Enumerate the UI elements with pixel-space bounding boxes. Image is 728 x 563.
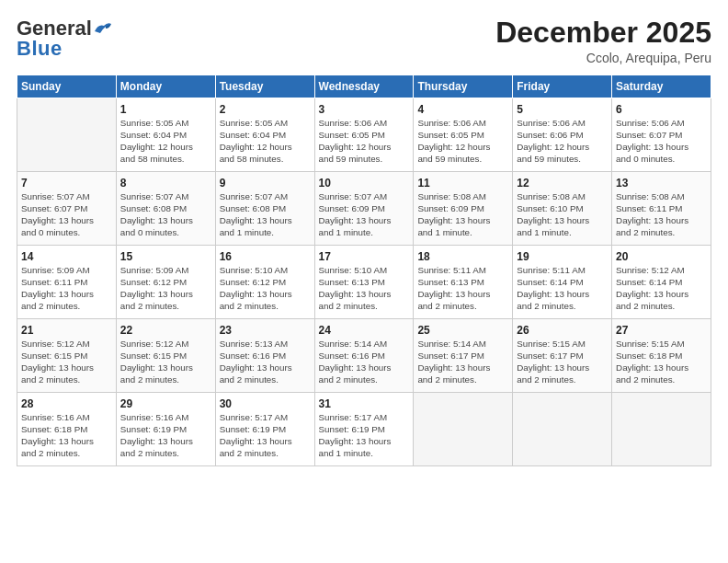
calendar-cell: 27Sunrise: 5:15 AMSunset: 6:18 PMDayligh… <box>612 319 711 393</box>
day-number: 4 <box>417 102 508 117</box>
day-number: 17 <box>319 249 410 264</box>
calendar-cell: 19Sunrise: 5:11 AMSunset: 6:14 PMDayligh… <box>513 246 612 319</box>
day-number: 28 <box>21 396 112 411</box>
col-thursday: Thursday <box>414 75 513 98</box>
calendar-cell: 16Sunrise: 5:10 AMSunset: 6:12 PMDayligh… <box>215 246 314 319</box>
calendar-cell: 4Sunrise: 5:06 AMSunset: 6:05 PMDaylight… <box>414 98 513 172</box>
calendar-cell: 31Sunrise: 5:17 AMSunset: 6:19 PMDayligh… <box>314 393 414 466</box>
day-number: 19 <box>517 249 608 264</box>
calendar-cell: 1Sunrise: 5:05 AMSunset: 6:04 PMDaylight… <box>116 98 215 172</box>
day-number: 26 <box>517 323 608 338</box>
header: General Blue December 2025 Ccolo, Arequi… <box>17 17 711 65</box>
calendar-week-row-2: 7Sunrise: 5:07 AMSunset: 6:07 PMDaylight… <box>17 172 711 246</box>
calendar-week-row-3: 14Sunrise: 5:09 AMSunset: 6:11 PMDayligh… <box>17 246 711 319</box>
day-number: 13 <box>616 176 707 190</box>
month-title: December 2025 <box>495 17 711 49</box>
day-number: 27 <box>616 323 707 338</box>
day-number: 3 <box>319 102 410 117</box>
day-number: 5 <box>517 102 608 117</box>
day-info: Sunrise: 5:09 AMSunset: 6:11 PMDaylight:… <box>21 265 112 312</box>
day-number: 25 <box>417 323 508 338</box>
calendar-header-row: Sunday Monday Tuesday Wednesday Thursday… <box>17 75 711 98</box>
calendar-cell: 22Sunrise: 5:12 AMSunset: 6:15 PMDayligh… <box>116 319 215 393</box>
location: Ccolo, Arequipa, Peru <box>495 51 711 65</box>
calendar-cell: 18Sunrise: 5:11 AMSunset: 6:13 PMDayligh… <box>414 246 513 319</box>
logo-blue-text: Blue <box>17 37 63 61</box>
calendar-cell: 15Sunrise: 5:09 AMSunset: 6:12 PMDayligh… <box>116 246 215 319</box>
day-number: 18 <box>417 249 508 264</box>
day-info: Sunrise: 5:12 AMSunset: 6:14 PMDaylight:… <box>616 265 707 312</box>
day-number: 16 <box>220 249 311 264</box>
day-number: 1 <box>120 102 211 117</box>
day-info: Sunrise: 5:08 AMSunset: 6:10 PMDaylight:… <box>517 191 608 238</box>
calendar-cell: 17Sunrise: 5:10 AMSunset: 6:13 PMDayligh… <box>314 246 414 319</box>
day-info: Sunrise: 5:16 AMSunset: 6:18 PMDaylight:… <box>21 412 112 459</box>
day-info: Sunrise: 5:07 AMSunset: 6:08 PMDaylight:… <box>120 191 211 238</box>
calendar-cell: 7Sunrise: 5:07 AMSunset: 6:07 PMDaylight… <box>17 172 117 246</box>
calendar-cell: 30Sunrise: 5:17 AMSunset: 6:19 PMDayligh… <box>215 393 314 466</box>
day-number: 22 <box>120 323 211 338</box>
day-info: Sunrise: 5:06 AMSunset: 6:06 PMDaylight:… <box>517 118 608 165</box>
day-info: Sunrise: 5:06 AMSunset: 6:05 PMDaylight:… <box>417 118 508 165</box>
day-number: 20 <box>616 249 707 264</box>
day-number: 8 <box>120 176 211 190</box>
day-info: Sunrise: 5:17 AMSunset: 6:19 PMDaylight:… <box>319 412 410 459</box>
day-number: 2 <box>220 102 311 117</box>
calendar-cell: 26Sunrise: 5:15 AMSunset: 6:17 PMDayligh… <box>513 319 612 393</box>
day-info: Sunrise: 5:11 AMSunset: 6:13 PMDaylight:… <box>417 265 508 312</box>
calendar-cell: 6Sunrise: 5:06 AMSunset: 6:07 PMDaylight… <box>612 98 711 172</box>
day-info: Sunrise: 5:10 AMSunset: 6:12 PMDaylight:… <box>220 265 311 312</box>
day-info: Sunrise: 5:07 AMSunset: 6:07 PMDaylight:… <box>21 191 112 238</box>
calendar-cell: 21Sunrise: 5:12 AMSunset: 6:15 PMDayligh… <box>17 319 117 393</box>
calendar-cell: 9Sunrise: 5:07 AMSunset: 6:08 PMDaylight… <box>215 172 314 246</box>
day-info: Sunrise: 5:05 AMSunset: 6:04 PMDaylight:… <box>220 118 311 165</box>
calendar-cell: 14Sunrise: 5:09 AMSunset: 6:11 PMDayligh… <box>17 246 117 319</box>
day-number: 24 <box>319 323 410 338</box>
day-info: Sunrise: 5:09 AMSunset: 6:12 PMDaylight:… <box>120 265 211 312</box>
day-info: Sunrise: 5:08 AMSunset: 6:11 PMDaylight:… <box>616 191 707 238</box>
day-info: Sunrise: 5:12 AMSunset: 6:15 PMDaylight:… <box>120 339 211 385</box>
calendar-cell: 29Sunrise: 5:16 AMSunset: 6:19 PMDayligh… <box>116 393 215 466</box>
calendar-week-row-1: 1Sunrise: 5:05 AMSunset: 6:04 PMDaylight… <box>17 98 711 172</box>
day-info: Sunrise: 5:13 AMSunset: 6:16 PMDaylight:… <box>220 339 311 385</box>
calendar-cell: 28Sunrise: 5:16 AMSunset: 6:18 PMDayligh… <box>17 393 117 466</box>
col-wednesday: Wednesday <box>314 75 414 98</box>
day-number: 14 <box>21 249 112 264</box>
day-number: 7 <box>21 176 112 190</box>
col-tuesday: Tuesday <box>215 75 314 98</box>
calendar-week-row-5: 28Sunrise: 5:16 AMSunset: 6:18 PMDayligh… <box>17 393 711 466</box>
day-info: Sunrise: 5:10 AMSunset: 6:13 PMDaylight:… <box>319 265 410 312</box>
calendar-cell <box>17 98 117 172</box>
logo-bird-icon <box>93 20 113 37</box>
day-info: Sunrise: 5:11 AMSunset: 6:14 PMDaylight:… <box>517 265 608 312</box>
day-info: Sunrise: 5:12 AMSunset: 6:15 PMDaylight:… <box>21 339 112 385</box>
calendar-cell: 3Sunrise: 5:06 AMSunset: 6:05 PMDaylight… <box>314 98 414 172</box>
calendar-week-row-4: 21Sunrise: 5:12 AMSunset: 6:15 PMDayligh… <box>17 319 711 393</box>
calendar-cell: 25Sunrise: 5:14 AMSunset: 6:17 PMDayligh… <box>414 319 513 393</box>
day-number: 11 <box>417 176 508 190</box>
day-info: Sunrise: 5:07 AMSunset: 6:09 PMDaylight:… <box>319 191 410 238</box>
day-number: 9 <box>220 176 311 190</box>
day-info: Sunrise: 5:08 AMSunset: 6:09 PMDaylight:… <box>417 191 508 238</box>
day-number: 12 <box>517 176 608 190</box>
day-number: 23 <box>220 323 311 338</box>
day-number: 21 <box>21 323 112 338</box>
calendar-cell: 13Sunrise: 5:08 AMSunset: 6:11 PMDayligh… <box>612 172 711 246</box>
calendar-cell: 10Sunrise: 5:07 AMSunset: 6:09 PMDayligh… <box>314 172 414 246</box>
day-number: 6 <box>616 102 707 117</box>
day-info: Sunrise: 5:15 AMSunset: 6:18 PMDaylight:… <box>616 339 707 385</box>
calendar-cell: 2Sunrise: 5:05 AMSunset: 6:04 PMDaylight… <box>215 98 314 172</box>
calendar-cell <box>612 393 711 466</box>
day-info: Sunrise: 5:15 AMSunset: 6:17 PMDaylight:… <box>517 339 608 385</box>
col-saturday: Saturday <box>612 75 711 98</box>
col-sunday: Sunday <box>17 75 117 98</box>
day-info: Sunrise: 5:16 AMSunset: 6:19 PMDaylight:… <box>120 412 211 459</box>
calendar-table: Sunday Monday Tuesday Wednesday Thursday… <box>17 75 711 466</box>
day-info: Sunrise: 5:14 AMSunset: 6:16 PMDaylight:… <box>319 339 410 385</box>
day-number: 10 <box>319 176 410 190</box>
day-number: 29 <box>120 396 211 411</box>
day-info: Sunrise: 5:14 AMSunset: 6:17 PMDaylight:… <box>417 339 508 385</box>
page: General Blue December 2025 Ccolo, Arequi… <box>0 0 728 563</box>
calendar-cell: 20Sunrise: 5:12 AMSunset: 6:14 PMDayligh… <box>612 246 711 319</box>
title-block: December 2025 Ccolo, Arequipa, Peru <box>495 17 711 65</box>
